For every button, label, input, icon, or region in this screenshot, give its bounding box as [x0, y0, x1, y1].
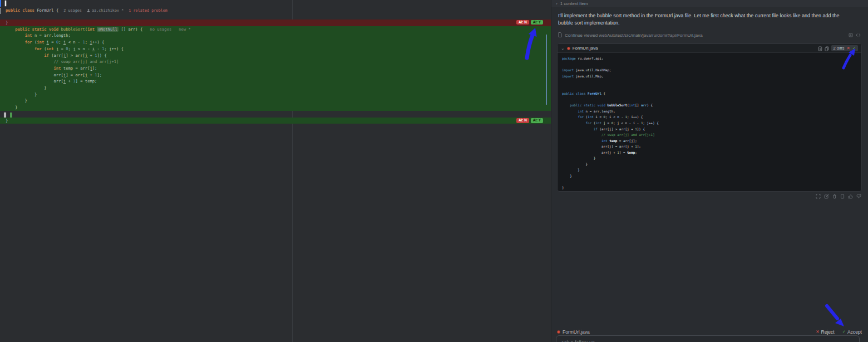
code-line: int n = arr.length; — [562, 109, 861, 115]
code-line: int n = arr.length; — [0, 32, 551, 39]
code-line: for (int j = 0; j < n - i - 1; j++) { — [562, 120, 861, 126]
code-line: } — [562, 185, 861, 191]
ai-diff-controls: AI: N AI: Y — [516, 118, 543, 123]
code-line: } — [562, 167, 861, 173]
code-card-body[interactable]: package ru.domrf.api; import java.util.H… — [558, 53, 861, 191]
thumbs-down-icon[interactable] — [856, 194, 861, 199]
assistant-message: I'll implement the bubble sort method in… — [558, 12, 853, 27]
code-line: arr[j] = arr[j + 1]; — [562, 144, 861, 150]
code-line — [562, 62, 861, 68]
related-problem-hint[interactable]: 1 related problem — [129, 8, 167, 13]
x-icon: ✕ — [816, 329, 819, 334]
code-line — [0, 0, 551, 7]
code-line: arr[j] = arr[j + 1]; — [0, 72, 551, 79]
code-diff-card: ⌄ FormUrl.java 2 diffs ✕ ✓ package ru.do… — [557, 43, 862, 192]
usages-hint[interactable]: 2 usages — [63, 8, 82, 13]
code-line: public static void bubbleSort(int[] arr)… — [562, 102, 861, 109]
context-items-label: 1 context item — [560, 1, 588, 6]
delete-icon[interactable] — [832, 194, 837, 199]
code-line: for (int j = 0; j < n - i - 1; j++) { — [0, 46, 551, 52]
code-line: import java.util.HashMap; — [562, 67, 861, 74]
code-line: } — [0, 91, 551, 98]
code-line: if (arr[j] > arr[j + 1]) { — [562, 126, 861, 133]
ai-accept-badge[interactable]: AI: Y — [531, 118, 543, 123]
code-keyword: public class — [6, 8, 37, 13]
code-line: public static void bubbleSort(int @NotNu… — [0, 26, 551, 33]
check-icon: ✓ — [842, 329, 846, 334]
chevron-down-icon[interactable]: ⌄ — [561, 46, 565, 50]
ai-diff-controls: AI: N AI: Y — [516, 20, 543, 25]
file-icon — [558, 32, 562, 38]
message-actions — [816, 194, 861, 199]
code-line: arr[j + 1] = temp; — [562, 150, 861, 156]
code-line: } — [0, 104, 551, 111]
reject-button[interactable]: ✕ Reject — [816, 329, 834, 335]
scrollbar-change-marker[interactable] — [546, 35, 547, 105]
ai-assistant-panel: › 1 context item I'll implement the bubb… — [551, 0, 868, 342]
text-caret — [5, 1, 6, 6]
accept-all-icon[interactable]: ✓ — [852, 46, 856, 51]
code-line: // swap arr[j] and arr[j+1] — [0, 58, 551, 65]
code-line: if (arr[j] > arr[j + 1]) { — [0, 52, 551, 59]
added-diff-block: public static void bubbleSort(int @NotNu… — [0, 26, 551, 111]
footer-file: FormUrl.java — [557, 329, 590, 335]
code-line: import java.util.Map; — [562, 74, 861, 80]
code-line — [562, 85, 861, 91]
author-icon — [87, 8, 90, 14]
code-line: for (int i = 0; i < n - 1; i++) { — [0, 39, 551, 46]
diff-count-badge: 2 diffs ✕ ✓ — [831, 45, 858, 51]
code-line: int temp = arr[j]; — [562, 138, 861, 144]
added-code-line: } — [0, 118, 551, 124]
code-line: } — [0, 85, 551, 91]
code-line — [0, 111, 551, 118]
deleted-code-line: } — [0, 19, 551, 26]
code-line: arr[j + 1] = temp; — [0, 78, 551, 85]
code-card-header[interactable]: ⌄ FormUrl.java 2 diffs ✕ ✓ — [558, 44, 861, 53]
code-icon[interactable] — [856, 33, 861, 38]
chevron-right-icon[interactable]: › — [556, 1, 558, 6]
copy-icon[interactable] — [840, 194, 845, 199]
thumbs-up-icon[interactable] — [848, 194, 853, 199]
expand-icon[interactable] — [816, 194, 821, 199]
code-line: } — [0, 97, 551, 104]
ai-accept-badge[interactable]: AI: Y — [531, 20, 543, 25]
context-items-row[interactable]: › 1 context item — [551, 0, 868, 7]
ai-reject-badge[interactable]: AI: N — [516, 118, 529, 123]
reject-all-icon[interactable]: ✕ — [846, 46, 850, 51]
code-line — [562, 79, 861, 85]
java-file-icon — [567, 47, 570, 50]
java-file-icon — [557, 330, 560, 334]
diff-decision-bar: FormUrl.java ✕ Reject ✓ Accept — [557, 328, 862, 335]
code-line — [562, 97, 861, 103]
ai-reject-badge[interactable]: AI: N — [516, 20, 529, 25]
tool-call-row[interactable]: Continue viewed webAutotest/src/main/jav… — [551, 32, 868, 38]
code-line: // swap arr[j] and arr[j+1] — [562, 132, 861, 138]
code-editor[interactable]: public class FormUrl {2 usagesaa.chizhik… — [0, 0, 551, 342]
code-line: public class FormUrl { — [562, 91, 861, 97]
code-line: package ru.domrf.api; — [562, 56, 861, 62]
class-name: FormUrl — [37, 8, 53, 13]
tool-call-label: Continue viewed webAutotest/src/main/jav… — [565, 33, 703, 38]
code-line: } — [562, 173, 861, 179]
code-line: for (int i = 0; i < n - 1; i++) { — [562, 114, 861, 120]
code-line: } — [562, 155, 861, 162]
copy-icon[interactable] — [825, 43, 829, 53]
code-line — [562, 179, 861, 185]
code-line: int temp = arr[j]; — [0, 65, 551, 72]
insert-icon[interactable] — [849, 33, 853, 38]
footer-filename: FormUrl.java — [563, 329, 590, 335]
code-line: } — [562, 162, 861, 168]
code-line-class-declaration: public class FormUrl {2 usagesaa.chizhik… — [0, 7, 551, 14]
accept-button[interactable]: ✓ Accept — [842, 329, 862, 335]
code-card-filename: FormUrl.java — [573, 46, 598, 51]
apply-icon[interactable] — [818, 43, 822, 53]
author-hint[interactable]: aa.chizhikov * — [92, 8, 124, 13]
follow-up-input[interactable] — [556, 335, 860, 342]
edit-icon[interactable] — [824, 194, 829, 199]
